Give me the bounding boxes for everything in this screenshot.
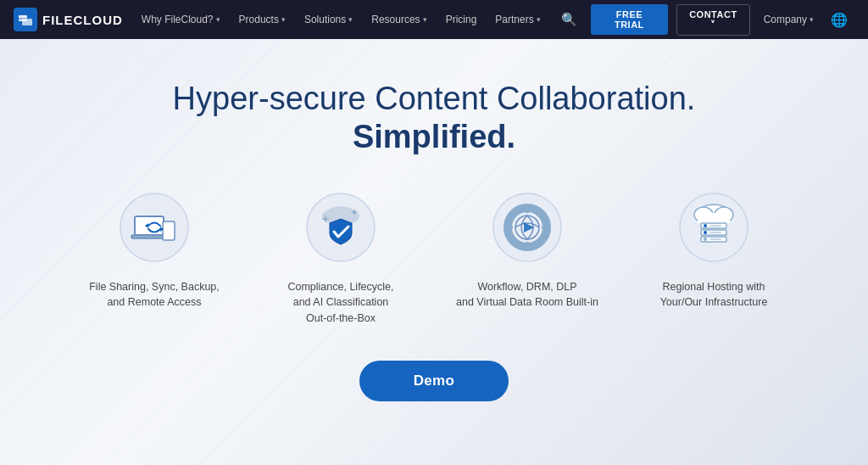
nav-item-products[interactable]: Products ▾ [231,0,294,39]
chevron-down-icon: ▾ [281,15,286,24]
svg-rect-34 [709,238,721,240]
logo[interactable]: FILECLOUD [14,8,123,31]
nav-item-resources[interactable]: Resources ▾ [363,0,435,39]
svg-rect-17 [506,226,513,229]
file-sharing-icon [116,189,192,266]
svg-rect-5 [163,221,175,240]
logo-icon [14,8,37,31]
search-button[interactable]: 🔍 [553,0,586,39]
svg-rect-25 [698,213,730,223]
feature-hosting-text: Regional Hosting withYour/Our Infrastruc… [660,279,768,311]
chevron-down-icon: ▾ [810,15,814,24]
feature-file-sharing-text: File Sharing, Sync, Backup,and Remote Ac… [89,279,220,311]
svg-rect-4 [131,235,167,238]
language-selector[interactable]: 🌐 [824,0,854,39]
nav-item-pricing[interactable]: Pricing [437,0,486,39]
hero-section: Hyper-secure Content Collaboration. Simp… [0,39,868,465]
hero-title-line2: Simplified. [173,119,696,155]
hero-text: Hyper-secure Content Collaboration. Simp… [173,80,696,155]
chevron-down-icon: ▾ [537,15,541,24]
svg-point-31 [704,238,707,241]
svg-rect-1 [22,19,32,25]
hosting-icon [676,189,752,266]
feature-workflow: Workflow, DRM, DLPand Virtual Data Room … [434,189,620,327]
globe-icon: 🌐 [831,12,848,28]
demo-section: Demo [359,361,509,401]
feature-file-sharing: File Sharing, Sync, Backup,and Remote Ac… [61,189,248,327]
feature-compliance-text: Compliance, Lifecycle,and AI Classificat… [287,279,393,327]
feature-workflow-text: Workflow, DRM, DLPand Virtual Data Room … [456,279,598,311]
contact-button[interactable]: CONTACT ˅ [676,4,750,36]
chevron-down-icon: ▾ [423,15,427,24]
nav-item-solutions[interactable]: Solutions ▾ [296,0,361,39]
feature-compliance: Compliance, Lifecycle,and AI Classificat… [248,189,434,327]
navbar: FILECLOUD Why FileCloud? ▾ Products ▾ So… [0,0,868,39]
compliance-icon [303,189,379,266]
svg-point-29 [704,224,707,227]
svg-rect-33 [709,232,721,233]
features-grid: File Sharing, Sync, Backup,and Remote Ac… [44,189,824,327]
svg-rect-16 [526,242,529,249]
svg-rect-18 [542,226,548,229]
nav-item-why[interactable]: Why FileCloud? ▾ [133,0,229,39]
logo-text: FILECLOUD [42,13,123,27]
search-icon: 🔍 [561,12,577,27]
chevron-down-icon: ▾ [348,15,353,24]
chevron-down-icon: ▾ [216,15,220,24]
free-trial-button[interactable]: FREE TRIAL [591,4,668,35]
feature-hosting: Regional Hosting withYour/Our Infrastruc… [620,189,807,327]
nav-item-partners[interactable]: Partners ▾ [487,0,548,39]
hero-title-line1: Hyper-secure Content Collaboration. [173,80,696,119]
demo-button[interactable]: Demo [359,361,509,401]
svg-point-30 [704,231,707,234]
nav-item-company[interactable]: Company ▾ [755,0,822,39]
svg-rect-15 [526,206,529,213]
svg-rect-32 [709,225,721,227]
workflow-icon [489,189,565,266]
